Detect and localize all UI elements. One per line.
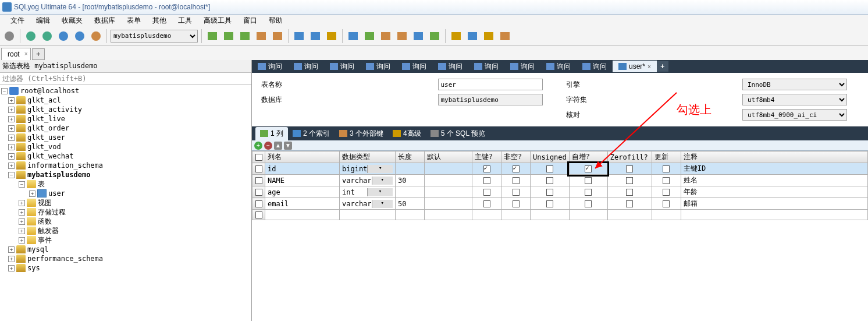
query-tab[interactable]: 询问 xyxy=(324,60,360,73)
cell-upd[interactable] xyxy=(652,198,681,210)
cell-len[interactable] xyxy=(396,163,425,175)
tb-icon-21[interactable] xyxy=(465,29,479,43)
tb-icon-23[interactable] xyxy=(498,29,512,43)
tb-icon-12[interactable] xyxy=(308,29,322,43)
tb-icon-18[interactable] xyxy=(411,29,425,43)
charset-select[interactable]: utf8mb4 xyxy=(742,94,847,105)
tree-toggle[interactable]: + xyxy=(8,97,15,104)
tree-toggle[interactable]: + xyxy=(19,218,25,225)
cell-name[interactable]: email xyxy=(265,198,340,210)
query-tab[interactable]: 询问 xyxy=(288,60,324,73)
cell-default[interactable] xyxy=(425,163,472,175)
grid-row[interactable]: id bigint▾ 主键ID xyxy=(252,163,868,175)
row-checkbox[interactable] xyxy=(255,200,262,207)
col-comment-header[interactable]: 注释 xyxy=(681,151,867,163)
tb-icon-22[interactable] xyxy=(482,29,496,43)
tb-icon-15[interactable] xyxy=(362,29,376,43)
events-folder[interactable]: 事件 xyxy=(38,235,52,245)
query-tab[interactable]: 询问 xyxy=(252,60,288,73)
cell-type[interactable]: varchar▾ xyxy=(340,175,396,186)
tree-toggle[interactable]: + xyxy=(8,125,15,132)
tree-toggle[interactable]: − xyxy=(19,181,25,188)
tb-icon-8[interactable] xyxy=(238,29,252,43)
db-node[interactable]: glkt_order xyxy=(27,124,69,132)
cell-default[interactable] xyxy=(425,186,472,198)
cell-pk[interactable] xyxy=(472,198,501,210)
query-tab[interactable]: 询问 xyxy=(504,60,540,73)
views-folder[interactable]: 视图 xyxy=(38,198,52,208)
tree-toggle[interactable]: + xyxy=(8,144,15,150)
db-node[interactable]: performance_schema xyxy=(27,255,103,263)
tb-icon-20[interactable] xyxy=(449,29,463,43)
add-query-tab[interactable]: + xyxy=(657,61,668,72)
dropdown-icon[interactable]: ▾ xyxy=(372,177,393,185)
tb-icon-3[interactable] xyxy=(56,29,70,43)
menu-other[interactable]: 其他 xyxy=(148,15,171,27)
add-row-button[interactable]: + xyxy=(254,142,262,150)
cell-comment[interactable]: 邮箱 xyxy=(681,198,867,210)
tree-toggle[interactable]: + xyxy=(19,200,25,206)
cell-len[interactable]: 50 xyxy=(396,198,425,210)
row-checkbox[interactable] xyxy=(255,211,262,218)
menu-file[interactable]: 文件 xyxy=(6,15,29,27)
server-node[interactable]: root@localhost xyxy=(20,87,79,95)
menu-table[interactable]: 表单 xyxy=(122,15,145,27)
db-node[interactable]: information_schema xyxy=(27,161,103,170)
row-checkbox[interactable] xyxy=(255,165,262,172)
cell-unsigned[interactable] xyxy=(531,175,570,186)
menu-database[interactable]: 数据库 xyxy=(90,15,120,27)
cell-zf[interactable] xyxy=(607,198,652,210)
db-node[interactable]: glkt_acl xyxy=(27,96,61,104)
tab-columns[interactable]: 1 列 xyxy=(255,127,288,140)
tb-icon-16[interactable] xyxy=(379,29,393,43)
connection-tab[interactable]: root × xyxy=(1,48,31,60)
grid-row-empty[interactable] xyxy=(252,210,868,220)
cell-ai[interactable] xyxy=(569,186,607,198)
cell-nn[interactable] xyxy=(501,186,531,198)
cell-name[interactable]: age xyxy=(265,186,340,198)
menu-advtools[interactable]: 高级工具 xyxy=(199,15,236,27)
tb-icon-4[interactable] xyxy=(73,29,87,43)
columns-grid[interactable]: 列名 数据类型 长度 默认 主键? 非空? Unsigned 自增? Zerof… xyxy=(252,151,868,220)
cell-unsigned[interactable] xyxy=(531,163,570,175)
cell-comment[interactable]: 年龄 xyxy=(681,186,867,198)
tab-foreignkeys[interactable]: 3 个外部键 xyxy=(335,127,388,140)
tree-toggle[interactable]: + xyxy=(8,256,15,262)
tree-toggle[interactable]: − xyxy=(1,88,8,94)
db-node[interactable]: glkt_live xyxy=(27,115,65,123)
cell-ai[interactable] xyxy=(569,198,607,210)
tree-toggle[interactable]: + xyxy=(19,237,25,244)
tree-toggle[interactable]: + xyxy=(8,116,15,122)
tb-icon-14[interactable] xyxy=(346,29,360,43)
tab-sqlpreview[interactable]: 5 个 SQL 预览 xyxy=(426,127,490,140)
cell-upd[interactable] xyxy=(652,163,681,175)
col-default-header[interactable]: 默认 xyxy=(425,151,472,163)
grid-row[interactable]: age int▾ 年龄 xyxy=(252,186,868,198)
query-tab[interactable]: 询问 xyxy=(432,60,468,73)
col-len-header[interactable]: 长度 xyxy=(396,151,425,163)
cell-pk[interactable] xyxy=(472,163,501,175)
col-nn-header[interactable]: 非空? xyxy=(501,151,531,163)
dropdown-icon[interactable]: ▾ xyxy=(367,165,393,173)
cell-default[interactable] xyxy=(425,198,472,210)
query-tab[interactable]: 询问 xyxy=(360,60,396,73)
cell-upd[interactable] xyxy=(652,186,681,198)
menu-fav[interactable]: 收藏夹 xyxy=(57,15,87,27)
new-conn-icon[interactable] xyxy=(2,29,16,43)
tb-icon-9[interactable] xyxy=(254,29,268,43)
table-name-input[interactable] xyxy=(438,79,543,90)
col-upd-header[interactable]: 更新 xyxy=(652,151,681,163)
grid-row[interactable]: email varchar▾ 50 邮箱 xyxy=(252,198,868,210)
tb-icon-6[interactable] xyxy=(205,29,219,43)
cell-nn[interactable] xyxy=(501,198,531,210)
db-node[interactable]: mysql xyxy=(27,245,48,253)
cell-comment[interactable]: 姓名 xyxy=(681,175,867,186)
tb-icon-5[interactable] xyxy=(89,29,103,43)
query-tab[interactable]: 询问 xyxy=(468,60,504,73)
db-node[interactable]: glkt_activity xyxy=(27,105,82,114)
dropdown-icon[interactable]: ▾ xyxy=(372,200,393,208)
tab-indexes[interactable]: 2 个索引 xyxy=(288,127,335,140)
close-icon[interactable]: × xyxy=(648,64,651,70)
cell-type[interactable]: varchar▾ xyxy=(340,198,396,210)
tb-icon-13[interactable] xyxy=(325,29,339,43)
